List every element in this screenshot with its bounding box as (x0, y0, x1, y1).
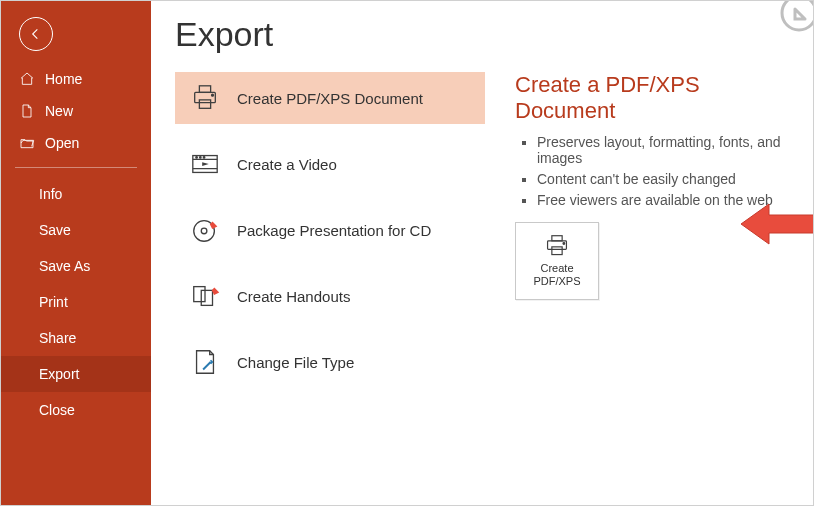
svg-rect-13 (552, 236, 562, 241)
option-create-video[interactable]: Create a Video (175, 138, 485, 190)
change-file-type-icon (189, 346, 221, 378)
sidebar-item-label: New (45, 103, 73, 119)
svg-point-7 (200, 157, 202, 159)
svg-rect-12 (201, 290, 212, 305)
option-label: Create Handouts (237, 288, 350, 305)
sidebar-item-label: Home (45, 71, 82, 87)
detail-bullet: Content can't be easily changed (537, 171, 785, 187)
option-create-handouts[interactable]: Create Handouts (175, 270, 485, 322)
sidebar-item-label: Share (39, 330, 76, 346)
video-icon (189, 148, 221, 180)
arrow-left-icon (28, 26, 44, 42)
sidebar-item-share[interactable]: Share (1, 320, 151, 356)
detail-bullet: Preserves layout, formatting, fonts, and… (537, 134, 785, 166)
sidebar-item-home[interactable]: Home (1, 63, 151, 95)
handouts-icon (189, 280, 221, 312)
pdf-printer-icon (543, 234, 571, 258)
svg-point-8 (203, 157, 205, 159)
open-folder-icon (19, 135, 35, 151)
svg-point-4 (212, 94, 214, 96)
export-options: Create PDF/XPS Document Create a Video P… (175, 72, 485, 388)
sidebar-item-new[interactable]: New (1, 95, 151, 127)
sidebar-item-label: Print (39, 294, 68, 310)
sidebar-item-print[interactable]: Print (1, 284, 151, 320)
detail-panel: Create a PDF/XPS Document Preserves layo… (515, 72, 785, 388)
collapse-ribbon-icon (763, 1, 813, 49)
export-columns: Create PDF/XPS Document Create a Video P… (175, 72, 785, 388)
main-panel: Export Create PDF/XPS Document Create a … (151, 1, 813, 505)
svg-rect-15 (552, 247, 562, 255)
backstage-view: Home New Open Info Save Save As Print Sh… (0, 0, 814, 506)
option-label: Change File Type (237, 354, 354, 371)
page-title: Export (175, 15, 785, 54)
sidebar-item-label: Save (39, 222, 71, 238)
option-change-file-type[interactable]: Change File Type (175, 336, 485, 388)
new-file-icon (19, 103, 35, 119)
sidebar-separator (15, 167, 137, 168)
sidebar-item-label: Info (39, 186, 62, 202)
home-icon (19, 71, 35, 87)
detail-bullet: Free viewers are available on the web (537, 192, 785, 208)
detail-bullets: Preserves layout, formatting, fonts, and… (515, 134, 785, 208)
sidebar: Home New Open Info Save Save As Print Sh… (1, 1, 151, 505)
option-package-cd[interactable]: Package Presentation for CD (175, 204, 485, 256)
sidebar-item-save[interactable]: Save (1, 212, 151, 248)
svg-point-10 (201, 228, 207, 234)
sidebar-item-label: Open (45, 135, 79, 151)
svg-rect-1 (199, 86, 210, 93)
action-label: Create PDF/XPS (516, 262, 598, 287)
option-label: Create PDF/XPS Document (237, 90, 423, 107)
svg-point-0 (782, 1, 813, 30)
sidebar-item-open[interactable]: Open (1, 127, 151, 159)
option-label: Package Presentation for CD (237, 222, 431, 239)
svg-rect-11 (194, 287, 205, 302)
sidebar-item-export[interactable]: Export (1, 356, 151, 392)
sidebar-item-label: Save As (39, 258, 90, 274)
pdf-printer-icon (189, 82, 221, 114)
svg-point-16 (563, 243, 565, 245)
svg-rect-3 (199, 100, 210, 108)
cd-icon (189, 214, 221, 246)
option-create-pdf-xps[interactable]: Create PDF/XPS Document (175, 72, 485, 124)
sidebar-item-label: Export (39, 366, 79, 382)
sidebar-item-close[interactable]: Close (1, 392, 151, 428)
sidebar-item-info[interactable]: Info (1, 176, 151, 212)
option-label: Create a Video (237, 156, 337, 173)
create-pdf-xps-button[interactable]: Create PDF/XPS (515, 222, 599, 300)
back-button[interactable] (19, 17, 53, 51)
detail-title: Create a PDF/XPS Document (515, 72, 785, 124)
sidebar-item-label: Close (39, 402, 75, 418)
sidebar-item-save-as[interactable]: Save As (1, 248, 151, 284)
svg-point-6 (196, 157, 198, 159)
